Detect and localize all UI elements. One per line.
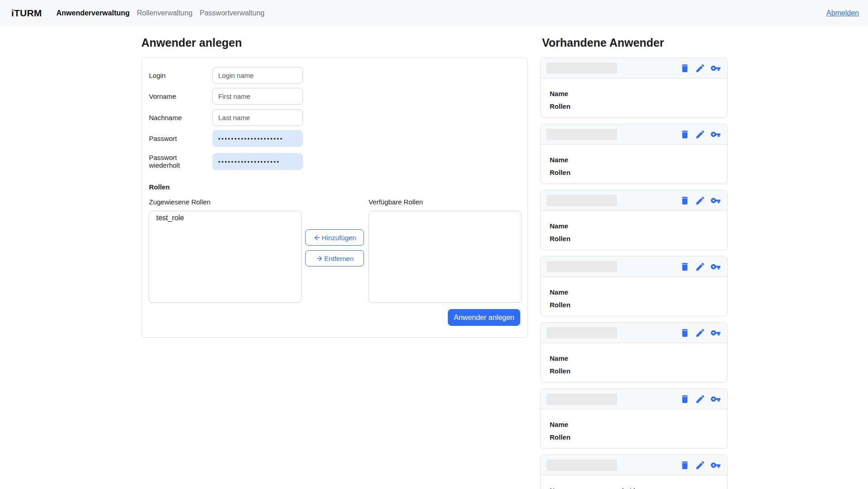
nachname-label: Nachname [149,109,182,126]
edit-user-button[interactable] [695,394,705,404]
reset-password-button[interactable] [710,63,721,73]
vorname-input[interactable] [212,88,303,105]
reset-password-button[interactable] [710,394,721,404]
delete-user-button[interactable] [680,394,690,404]
page-title-create-user: Anwender anlegen [141,36,242,49]
user-roles-row: Rollen [550,235,718,242]
user-card-body: Name Rollen [541,409,727,441]
user-name-row: Name vanessa heide [550,487,718,489]
delete-user-button[interactable] [680,328,690,338]
user-card-header [541,323,727,343]
user-card-body: Name Rollen [541,343,727,375]
nav-item-passwortverwaltung[interactable]: Passwortverwaltung [196,9,268,17]
edit-user-button[interactable] [695,460,705,470]
trash-icon [680,261,690,272]
login-input[interactable] [212,67,303,84]
user-card-actions [680,261,721,272]
assigned-roles-listbox[interactable]: test_role [149,211,302,303]
assigned-roles-label: Zugewiesene Rollen [149,198,211,206]
roles-label: Rollen [550,169,595,176]
user-roles-row: Rollen [550,301,718,309]
edit-user-button[interactable] [695,63,705,73]
pencil-icon [695,129,705,140]
user-card-actions [680,394,721,404]
brand-logo[interactable]: iTURM [11,8,42,19]
reset-password-button[interactable] [710,328,721,338]
user-card-header [541,124,727,145]
user-card-actions [680,460,721,470]
username-skeleton-placeholder [547,460,617,471]
edit-user-button[interactable] [695,261,705,272]
pencil-icon [695,460,705,470]
user-card-actions [680,328,721,338]
role-option-test-role[interactable]: test_role [149,211,301,225]
roles-label: Rollen [550,301,595,309]
logout-link[interactable]: Abmelden [826,9,859,17]
create-user-submit-button[interactable]: Anwender anlegen [448,309,520,326]
user-card-body: Name Rollen [541,277,727,309]
trash-icon [680,328,690,338]
user-roles-row: Rollen [550,433,718,441]
user-roles-row: Rollen [550,102,718,110]
nachname-input[interactable] [212,109,303,126]
pencil-icon [695,261,705,272]
nav-links: Anwenderverwaltung Rollenverwaltung Pass… [53,9,269,17]
top-navbar: iTURM Anwenderverwaltung Rollenverwaltun… [0,0,868,26]
available-roles-label: Verfügbare Rollen [369,198,423,206]
edit-user-button[interactable] [695,328,705,338]
pencil-icon [695,195,705,206]
roles-label: Rollen [550,235,595,242]
roles-label: Rollen [550,367,595,375]
user-card: Name Rollen [540,124,728,184]
delete-user-button[interactable] [680,129,690,140]
passwort-input[interactable] [212,130,303,147]
pencil-icon [695,394,705,404]
user-name-row: Name [550,222,718,230]
user-name-row: Name [550,156,718,164]
reset-password-button[interactable] [710,195,721,206]
delete-user-button[interactable] [680,460,690,470]
key-icon [710,328,721,338]
available-roles-listbox[interactable] [369,211,522,303]
delete-user-button[interactable] [680,195,690,206]
user-name-row: Name [550,421,718,428]
passwort-label: Passwort [149,130,177,147]
user-card: Name Rollen [540,322,728,382]
nav-item-anwenderverwaltung[interactable]: Anwenderverwaltung [53,9,134,17]
key-icon [710,394,721,404]
username-skeleton-placeholder [547,129,617,140]
edit-user-button[interactable] [695,129,705,140]
username-skeleton-placeholder [547,195,617,206]
user-card-header [541,389,727,409]
username-skeleton-placeholder [547,393,617,405]
remove-role-button[interactable]: Entfernen [305,250,364,266]
name-label: Name [550,288,595,296]
user-card-body: Name Rollen [541,145,727,176]
name-label: Name [550,421,595,428]
pencil-icon [695,63,705,73]
reset-password-button[interactable] [710,460,721,470]
roles-label: Rollen [550,102,595,110]
reset-password-button[interactable] [710,261,721,272]
passwort-wiederholt-label: Passwort wiederholt [149,151,206,172]
user-card: Name vanessa heide Rollen [540,455,728,489]
key-icon [710,261,721,272]
trash-icon [680,195,690,206]
reset-password-button[interactable] [710,129,721,140]
nav-item-rollenverwaltung[interactable]: Rollenverwaltung [133,9,196,17]
edit-user-button[interactable] [695,195,705,206]
user-name-row: Name [550,354,718,362]
passwort-wiederholt-input[interactable] [212,153,303,170]
username-skeleton-placeholder [547,63,617,74]
trash-icon [680,460,690,470]
roles-section-heading: Rollen [149,183,170,191]
delete-user-button[interactable] [680,63,690,73]
user-name-row: Name [550,90,718,97]
roles-label: Rollen [550,433,595,441]
add-role-button[interactable]: Hinzufügen [305,229,364,246]
name-label: Name [550,156,595,164]
delete-user-button[interactable] [680,261,690,272]
user-card-header [541,257,727,277]
trash-icon [680,394,690,404]
create-user-form-card: Login Vorname Nachname Passwort Passwort… [141,58,528,338]
